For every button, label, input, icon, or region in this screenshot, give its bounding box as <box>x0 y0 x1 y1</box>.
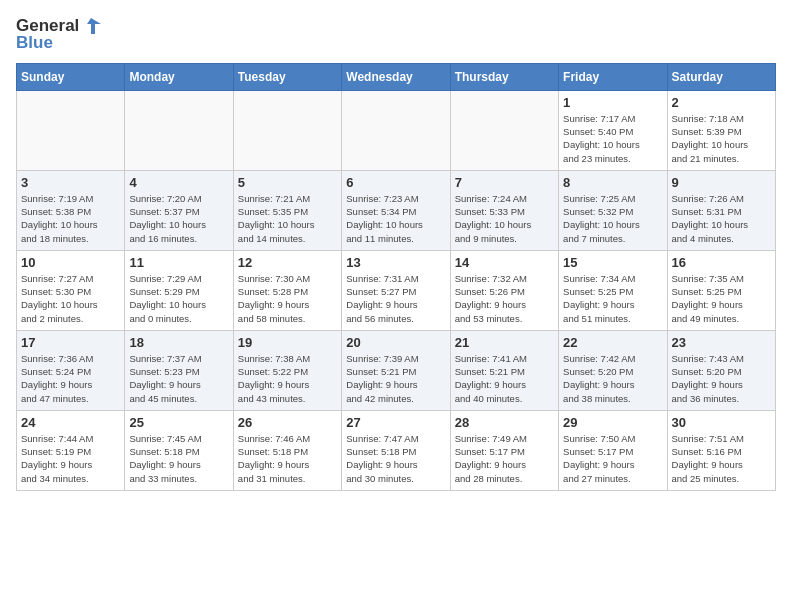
day-number: 18 <box>129 335 228 350</box>
day-number: 14 <box>455 255 554 270</box>
day-info: Sunrise: 7:20 AM Sunset: 5:37 PM Dayligh… <box>129 192 228 245</box>
calendar-day-cell: 8Sunrise: 7:25 AM Sunset: 5:32 PM Daylig… <box>559 170 667 250</box>
day-info: Sunrise: 7:34 AM Sunset: 5:25 PM Dayligh… <box>563 272 662 325</box>
day-number: 12 <box>238 255 337 270</box>
day-info: Sunrise: 7:47 AM Sunset: 5:18 PM Dayligh… <box>346 432 445 485</box>
day-info: Sunrise: 7:31 AM Sunset: 5:27 PM Dayligh… <box>346 272 445 325</box>
day-number: 19 <box>238 335 337 350</box>
calendar-day-cell: 16Sunrise: 7:35 AM Sunset: 5:25 PM Dayli… <box>667 250 775 330</box>
calendar-day-cell: 17Sunrise: 7:36 AM Sunset: 5:24 PM Dayli… <box>17 330 125 410</box>
day-info: Sunrise: 7:37 AM Sunset: 5:23 PM Dayligh… <box>129 352 228 405</box>
calendar-week-row: 24Sunrise: 7:44 AM Sunset: 5:19 PM Dayli… <box>17 410 776 490</box>
calendar-day-cell: 5Sunrise: 7:21 AM Sunset: 5:35 PM Daylig… <box>233 170 341 250</box>
day-info: Sunrise: 7:19 AM Sunset: 5:38 PM Dayligh… <box>21 192 120 245</box>
calendar-day-cell: 9Sunrise: 7:26 AM Sunset: 5:31 PM Daylig… <box>667 170 775 250</box>
calendar-day-cell: 19Sunrise: 7:38 AM Sunset: 5:22 PM Dayli… <box>233 330 341 410</box>
day-info: Sunrise: 7:38 AM Sunset: 5:22 PM Dayligh… <box>238 352 337 405</box>
calendar-day-cell <box>233 90 341 170</box>
calendar-day-cell: 10Sunrise: 7:27 AM Sunset: 5:30 PM Dayli… <box>17 250 125 330</box>
calendar-day-cell: 29Sunrise: 7:50 AM Sunset: 5:17 PM Dayli… <box>559 410 667 490</box>
calendar-day-cell: 4Sunrise: 7:20 AM Sunset: 5:37 PM Daylig… <box>125 170 233 250</box>
day-info: Sunrise: 7:21 AM Sunset: 5:35 PM Dayligh… <box>238 192 337 245</box>
calendar-day-cell: 20Sunrise: 7:39 AM Sunset: 5:21 PM Dayli… <box>342 330 450 410</box>
day-info: Sunrise: 7:17 AM Sunset: 5:40 PM Dayligh… <box>563 112 662 165</box>
day-info: Sunrise: 7:43 AM Sunset: 5:20 PM Dayligh… <box>672 352 771 405</box>
day-number: 16 <box>672 255 771 270</box>
day-number: 11 <box>129 255 228 270</box>
day-info: Sunrise: 7:36 AM Sunset: 5:24 PM Dayligh… <box>21 352 120 405</box>
day-number: 25 <box>129 415 228 430</box>
day-info: Sunrise: 7:32 AM Sunset: 5:26 PM Dayligh… <box>455 272 554 325</box>
day-number: 30 <box>672 415 771 430</box>
calendar-day-cell: 23Sunrise: 7:43 AM Sunset: 5:20 PM Dayli… <box>667 330 775 410</box>
calendar-day-cell <box>17 90 125 170</box>
calendar-week-row: 3Sunrise: 7:19 AM Sunset: 5:38 PM Daylig… <box>17 170 776 250</box>
calendar-day-cell: 14Sunrise: 7:32 AM Sunset: 5:26 PM Dayli… <box>450 250 558 330</box>
day-number: 3 <box>21 175 120 190</box>
calendar-day-cell: 6Sunrise: 7:23 AM Sunset: 5:34 PM Daylig… <box>342 170 450 250</box>
day-info: Sunrise: 7:27 AM Sunset: 5:30 PM Dayligh… <box>21 272 120 325</box>
day-number: 5 <box>238 175 337 190</box>
calendar-day-cell: 24Sunrise: 7:44 AM Sunset: 5:19 PM Dayli… <box>17 410 125 490</box>
svg-marker-0 <box>87 18 101 34</box>
day-number: 22 <box>563 335 662 350</box>
day-number: 9 <box>672 175 771 190</box>
weekday-header-cell: Monday <box>125 63 233 90</box>
day-number: 15 <box>563 255 662 270</box>
day-info: Sunrise: 7:41 AM Sunset: 5:21 PM Dayligh… <box>455 352 554 405</box>
calendar-day-cell <box>125 90 233 170</box>
day-info: Sunrise: 7:50 AM Sunset: 5:17 PM Dayligh… <box>563 432 662 485</box>
day-info: Sunrise: 7:23 AM Sunset: 5:34 PM Dayligh… <box>346 192 445 245</box>
calendar-week-row: 10Sunrise: 7:27 AM Sunset: 5:30 PM Dayli… <box>17 250 776 330</box>
day-number: 28 <box>455 415 554 430</box>
calendar-day-cell: 30Sunrise: 7:51 AM Sunset: 5:16 PM Dayli… <box>667 410 775 490</box>
calendar-day-cell: 12Sunrise: 7:30 AM Sunset: 5:28 PM Dayli… <box>233 250 341 330</box>
day-number: 7 <box>455 175 554 190</box>
day-number: 2 <box>672 95 771 110</box>
calendar-day-cell: 26Sunrise: 7:46 AM Sunset: 5:18 PM Dayli… <box>233 410 341 490</box>
calendar-week-row: 1Sunrise: 7:17 AM Sunset: 5:40 PM Daylig… <box>17 90 776 170</box>
day-number: 4 <box>129 175 228 190</box>
day-info: Sunrise: 7:44 AM Sunset: 5:19 PM Dayligh… <box>21 432 120 485</box>
logo: General Blue <box>16 16 101 53</box>
day-info: Sunrise: 7:29 AM Sunset: 5:29 PM Dayligh… <box>129 272 228 325</box>
calendar-day-cell: 25Sunrise: 7:45 AM Sunset: 5:18 PM Dayli… <box>125 410 233 490</box>
day-info: Sunrise: 7:30 AM Sunset: 5:28 PM Dayligh… <box>238 272 337 325</box>
calendar-body: 1Sunrise: 7:17 AM Sunset: 5:40 PM Daylig… <box>17 90 776 490</box>
day-info: Sunrise: 7:24 AM Sunset: 5:33 PM Dayligh… <box>455 192 554 245</box>
day-info: Sunrise: 7:18 AM Sunset: 5:39 PM Dayligh… <box>672 112 771 165</box>
day-info: Sunrise: 7:49 AM Sunset: 5:17 PM Dayligh… <box>455 432 554 485</box>
weekday-header-row: SundayMondayTuesdayWednesdayThursdayFrid… <box>17 63 776 90</box>
weekday-header-cell: Wednesday <box>342 63 450 90</box>
weekday-header-cell: Saturday <box>667 63 775 90</box>
weekday-header-cell: Thursday <box>450 63 558 90</box>
calendar-day-cell <box>342 90 450 170</box>
day-number: 10 <box>21 255 120 270</box>
day-number: 13 <box>346 255 445 270</box>
calendar-day-cell: 18Sunrise: 7:37 AM Sunset: 5:23 PM Dayli… <box>125 330 233 410</box>
logo-bird-icon <box>81 16 101 36</box>
day-info: Sunrise: 7:45 AM Sunset: 5:18 PM Dayligh… <box>129 432 228 485</box>
day-info: Sunrise: 7:26 AM Sunset: 5:31 PM Dayligh… <box>672 192 771 245</box>
day-number: 8 <box>563 175 662 190</box>
calendar-day-cell <box>450 90 558 170</box>
calendar-table: SundayMondayTuesdayWednesdayThursdayFrid… <box>16 63 776 491</box>
day-info: Sunrise: 7:46 AM Sunset: 5:18 PM Dayligh… <box>238 432 337 485</box>
calendar-day-cell: 15Sunrise: 7:34 AM Sunset: 5:25 PM Dayli… <box>559 250 667 330</box>
weekday-header-cell: Sunday <box>17 63 125 90</box>
calendar-week-row: 17Sunrise: 7:36 AM Sunset: 5:24 PM Dayli… <box>17 330 776 410</box>
day-info: Sunrise: 7:25 AM Sunset: 5:32 PM Dayligh… <box>563 192 662 245</box>
calendar-day-cell: 27Sunrise: 7:47 AM Sunset: 5:18 PM Dayli… <box>342 410 450 490</box>
header: General Blue <box>16 16 776 53</box>
day-info: Sunrise: 7:35 AM Sunset: 5:25 PM Dayligh… <box>672 272 771 325</box>
day-number: 27 <box>346 415 445 430</box>
calendar-day-cell: 3Sunrise: 7:19 AM Sunset: 5:38 PM Daylig… <box>17 170 125 250</box>
day-number: 24 <box>21 415 120 430</box>
calendar-day-cell: 11Sunrise: 7:29 AM Sunset: 5:29 PM Dayli… <box>125 250 233 330</box>
day-number: 1 <box>563 95 662 110</box>
day-number: 20 <box>346 335 445 350</box>
day-number: 6 <box>346 175 445 190</box>
day-info: Sunrise: 7:39 AM Sunset: 5:21 PM Dayligh… <box>346 352 445 405</box>
day-number: 29 <box>563 415 662 430</box>
calendar-day-cell: 2Sunrise: 7:18 AM Sunset: 5:39 PM Daylig… <box>667 90 775 170</box>
